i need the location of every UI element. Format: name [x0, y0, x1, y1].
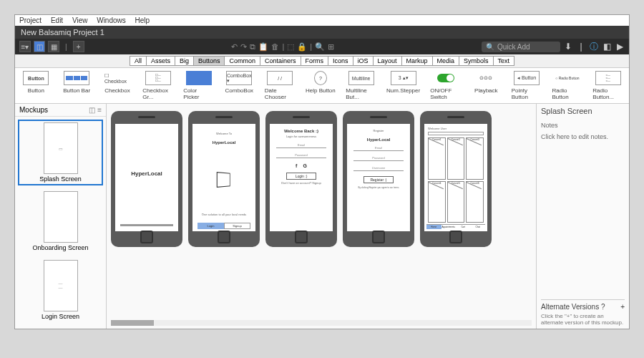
mockup-phone-3[interactable]: Welcome Back :) Login for awesomeness Em… — [265, 111, 337, 247]
palette-color-picker[interactable]: Color Picker — [183, 71, 214, 100]
sidebar-title: Mockups — [19, 106, 48, 114]
palette-help-button[interactable]: ?Help Button — [305, 71, 336, 100]
palette-onoff-switch[interactable]: ON/OFF Switch — [430, 71, 461, 100]
menu-view[interactable]: View — [72, 16, 88, 24]
menu-icon[interactable]: ≡▾ — [19, 41, 31, 52]
undo-icon[interactable]: ↶ — [231, 42, 238, 52]
sidebar-item-splash[interactable]: ▭ Splash Screen — [18, 120, 103, 185]
mockup-phone-1[interactable]: HyperLocal — [111, 111, 182, 247]
filter-big[interactable]: Big — [175, 56, 194, 66]
selected-mockup-title: Splash Screen — [541, 107, 625, 115]
filter-containers[interactable]: Containers — [260, 56, 301, 66]
palette-playback[interactable]: ⊙⊙⊙Playback — [471, 71, 502, 100]
help-icon[interactable]: ? — [601, 303, 605, 311]
menu-project[interactable]: Project — [19, 16, 42, 24]
filter-common[interactable]: Common — [225, 56, 260, 66]
palette-radio-group[interactable]: ○—○—○—Radio Button... — [592, 71, 623, 100]
palette-checkbox[interactable]: ☐ CheckboxCheckbox — [102, 71, 133, 100]
palette-multiline-button[interactable]: MultilineMultiline But... — [346, 71, 376, 100]
palette-checkbox-group[interactable]: ☐—☐—☐—Checkbox Gr... — [142, 71, 173, 100]
filter-ios[interactable]: iOS — [353, 56, 374, 66]
add-alternate-button[interactable]: + — [620, 303, 625, 311]
add-icon[interactable]: + — [73, 41, 84, 52]
horizontal-scrollbar[interactable] — [111, 320, 532, 326]
sidebar-item-onboarding[interactable]: Onboarding Screen — [18, 188, 103, 254]
filter-all[interactable]: All — [130, 56, 147, 66]
filter-symbols[interactable]: Symbols — [459, 56, 494, 66]
menu-windows[interactable]: Windows — [97, 16, 126, 24]
palette-num-stepper[interactable]: 3 ▴▾Num.Stepper — [386, 71, 420, 100]
paste-icon[interactable]: 📋 — [258, 42, 268, 52]
copy-icon[interactable]: ⧉ — [250, 42, 255, 52]
toolbar-dark: ≡▾ ◫ ▦ | + ↶ ↷ ⧉ 📋 🗑 | ⬚ 🔒 | 🔍 ⊞ 🔍Quick … — [15, 39, 629, 54]
mockup-phone-4[interactable]: Register HyperLocal Email Password Usern… — [343, 111, 414, 247]
quick-add-input[interactable]: 🔍Quick Add — [482, 42, 560, 52]
zoom-icon[interactable]: ⊞ — [328, 42, 334, 52]
palette-button-bar[interactable]: Button Bar — [62, 71, 92, 100]
properties-panel: Splash Screen Notes Click here to edit n… — [536, 104, 629, 329]
main-area: Mockups ◫ ≡ ▭ Splash Screen Onboarding S… — [15, 104, 629, 329]
alt-versions-label: Alternate Versions ? — [541, 303, 605, 311]
layout-thumb-icon[interactable]: ◫ — [34, 41, 45, 52]
filter-media[interactable]: Media — [433, 56, 460, 66]
notes-label: Notes — [541, 122, 625, 129]
panel-icon[interactable]: ◧ — [602, 42, 612, 52]
layout-grid-icon[interactable]: ▦ — [48, 41, 59, 52]
palette-button[interactable]: ButtonButton — [21, 71, 52, 100]
mockups-sidebar: Mockups ◫ ≡ ▭ Splash Screen Onboarding S… — [15, 104, 107, 329]
delete-icon[interactable]: 🗑 — [271, 42, 279, 52]
widget-palette: ButtonButton Button Bar ☐ CheckboxCheckb… — [15, 68, 629, 104]
filter-buttons[interactable]: Buttons — [194, 56, 225, 66]
palette-date-chooser[interactable]: / /Date Chooser — [265, 71, 296, 100]
search-icon: 🔍 — [486, 43, 494, 51]
palette-pointy-button[interactable]: ◂ ButtonPointy Button — [512, 71, 542, 100]
play-icon[interactable]: ▶ — [615, 42, 625, 52]
menu-edit[interactable]: Edit — [51, 16, 63, 24]
palette-combobox[interactable]: ComboBox ▾ComboBox — [224, 71, 255, 100]
sidebar-tools[interactable]: ◫ ≡ — [89, 106, 102, 114]
import-icon[interactable]: ⬇ — [563, 42, 573, 52]
category-filter: All Assets Big Buttons Common Containers… — [15, 54, 629, 68]
app-window: Project Edit View Windows Help New Balsa… — [14, 14, 630, 329]
mockup-phone-5[interactable]: Welcome User Concert1 Concert2 Concert3 … — [420, 111, 492, 247]
sidebar-item-login[interactable]: —— Login Screen — [18, 257, 103, 323]
palette-radio-button[interactable]: ○ Radio ButtonRadio Button — [552, 71, 583, 100]
group-icon[interactable]: ⬚ — [287, 42, 294, 52]
menu-help[interactable]: Help — [135, 16, 150, 24]
search-icon[interactable]: 🔍 — [315, 42, 325, 52]
redo-icon[interactable]: ↷ — [240, 42, 247, 52]
filter-forms[interactable]: Forms — [301, 56, 329, 66]
project-title: New Balsamiq Project 1 — [15, 26, 629, 39]
filter-assets[interactable]: Assets — [147, 56, 175, 66]
notes-hint[interactable]: Click here to edit notes. — [541, 133, 625, 140]
info-icon[interactable]: ⓘ — [589, 41, 599, 53]
filter-text[interactable]: Text — [494, 56, 515, 66]
filter-markup[interactable]: Markup — [402, 56, 433, 66]
mockup-phone-2[interactable]: Welcome To HyperLocal One solution to al… — [188, 111, 260, 247]
menubar: Project Edit View Windows Help — [15, 15, 629, 26]
lock-icon[interactable]: 🔒 — [297, 42, 307, 52]
filter-icons[interactable]: Icons — [328, 56, 353, 66]
filter-layout[interactable]: Layout — [374, 56, 402, 66]
alt-versions-hint: Click the "+" to create an alternate ver… — [541, 313, 625, 326]
canvas[interactable]: HyperLocal Welcome To HyperLocal One sol… — [107, 104, 536, 329]
